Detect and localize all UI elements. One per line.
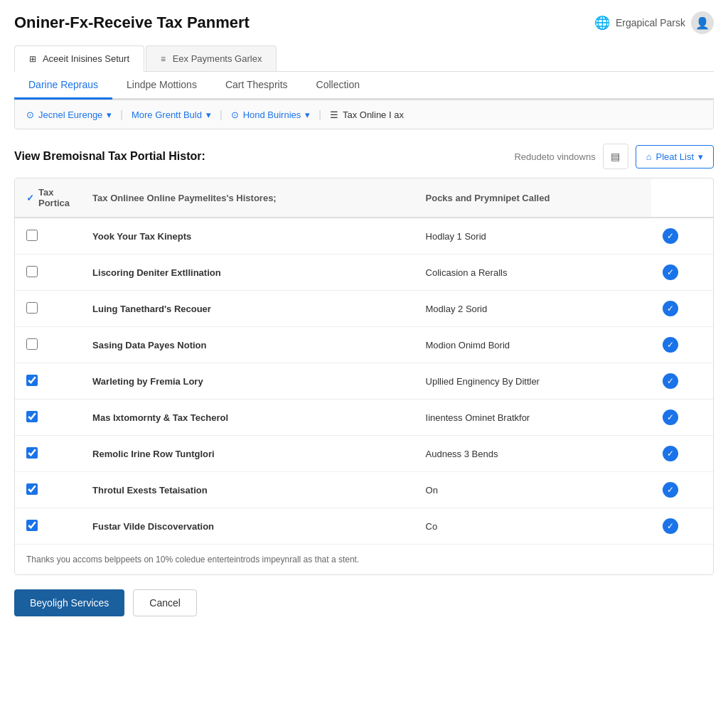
- filter-sep-1: |: [220, 109, 223, 120]
- row-7-checkbox-cell: [15, 472, 81, 508]
- row-1-col2: Colicasion a Reralls: [414, 255, 651, 291]
- cancel-button[interactable]: Cancel: [133, 589, 197, 616]
- filter-label-1: More Grentt Buld: [132, 109, 202, 120]
- filter-item-0[interactable]: ⊙ Jecnel Eurenge ▾: [26, 109, 112, 120]
- header-user: 🌐 Ergapical Parsk 👤: [594, 11, 714, 34]
- filter-dropdown-0: ▾: [107, 109, 112, 120]
- filter-item-2[interactable]: ⊙ Hond Buirnies ▾: [231, 109, 311, 120]
- row-5-col2: Iinentess Ominet Bratkfor: [414, 400, 651, 436]
- row-6-col3: ✓: [651, 436, 713, 472]
- row-8-checkbox[interactable]: [26, 520, 38, 531]
- row-5-checkbox-cell: [15, 400, 81, 436]
- row-7-col2: On: [414, 472, 651, 508]
- table-row: Liscoring Deniter ExtllinationColicasion…: [15, 255, 713, 291]
- sub-tab-3[interactable]: Collection: [302, 72, 374, 100]
- filter-dropdown-1: ▾: [206, 109, 211, 120]
- filter-bar: ⊙ Jecnel Eurenge ▾ | More Grentt Buld ▾ …: [14, 100, 714, 129]
- table-row: Yook Your Tax KineptsHodlay 1 Sorid✓: [15, 218, 713, 255]
- header: Oniner-Fx-Receive Tax Panmert 🌐 Ergapica…: [14, 11, 714, 34]
- row-2-col1: Luing Tanethard's Recouer: [81, 291, 414, 327]
- row-4-checkbox[interactable]: [26, 375, 38, 386]
- section-actions: Redudeto vindowns ▤ ⌂ Pleat List ▾: [514, 144, 714, 169]
- row-8-col1: Fustar Vilde Discovervation: [81, 508, 414, 545]
- filter-dropdown-2: ▾: [305, 109, 310, 120]
- bottom-actions: Beyoligh Services Cancel: [14, 589, 714, 616]
- top-nav: ⊞ Aceeit Inisines Seturt ≡ Eex Payments …: [14, 46, 714, 72]
- row-2-checkbox-cell: [15, 291, 81, 327]
- row-4-checkbox-cell: [15, 363, 81, 400]
- col-1-header: Tax Portica: [38, 187, 70, 208]
- main-table: ✓ Tax Portica Tax Onlinee Online Paymeli…: [15, 178, 713, 544]
- table-row: Remolic Irine Row TuntgloriAudness 3 Ben…: [15, 436, 713, 472]
- sub-tab-1[interactable]: Lindpe Mottions: [112, 72, 211, 100]
- sub-tab-0[interactable]: Darine Repraus: [14, 72, 112, 100]
- primary-button[interactable]: Beyoligh Services: [14, 589, 124, 616]
- filter-item-3: ☰ Tax Online I ax: [330, 109, 404, 120]
- user-name: Ergapical Parsk: [616, 17, 685, 28]
- top-nav-tab-1[interactable]: ≡ Eex Payments Garlex: [146, 46, 277, 71]
- table-container: ✓ Tax Portica Tax Onlinee Online Paymeli…: [14, 178, 714, 575]
- reduce-button[interactable]: Redudeto vindowns: [514, 151, 595, 162]
- card-icon: ▤: [611, 151, 620, 162]
- row-1-check-icon: ✓: [663, 264, 678, 280]
- globe-icon: 🌐: [594, 15, 610, 31]
- row-2-check-icon: ✓: [663, 301, 678, 316]
- row-0-col2: Hodlay 1 Sorid: [414, 218, 651, 255]
- col-3-header: Pocks and Prymnipet Called: [414, 178, 651, 218]
- top-nav-tab-0[interactable]: ⊞ Aceeit Inisines Seturt: [14, 46, 144, 72]
- row-6-checkbox-cell: [15, 436, 81, 472]
- row-7-checkbox[interactable]: [26, 483, 38, 495]
- section-header: View Bremoisnal Tax Portial Histor: Redu…: [14, 144, 714, 169]
- row-1-checkbox[interactable]: [26, 266, 38, 277]
- row-7-check-icon: ✓: [663, 482, 678, 498]
- col-2-header: Tax Onlinee Online Paymelites's Histores…: [81, 178, 414, 218]
- row-6-col2: Audness 3 Bends: [414, 436, 651, 472]
- row-1-col1: Liscoring Deniter Extllination: [81, 255, 414, 291]
- row-8-col2: Co: [414, 508, 651, 545]
- row-0-checkbox-cell: [15, 218, 81, 255]
- row-4-col2: Upllied Enginency By Dittler: [414, 363, 651, 400]
- row-3-col2: Modion Onimd Borid: [414, 327, 651, 363]
- section-title: View Bremoisnal Tax Portial Histor:: [14, 150, 205, 163]
- table-row: Sasing Data Payes NotionModion Onimd Bor…: [15, 327, 713, 363]
- filter-icon-2: ⊙: [231, 109, 239, 120]
- reduce-label: Redudeto vindowns: [514, 151, 595, 162]
- app-container: Oniner-Fx-Receive Tax Panmert 🌐 Ergapica…: [0, 0, 728, 728]
- filter-label-2: Hond Buirnies: [243, 109, 301, 120]
- row-4-col1: Warleting by Fremia Lory: [81, 363, 414, 400]
- table-row: Luing Tanethard's RecouerModlay 2 Sorid✓: [15, 291, 713, 327]
- filter-icon-3: ☰: [330, 109, 338, 120]
- table-row: Throtul Exests TetaisationOn✓: [15, 472, 713, 508]
- row-3-checkbox-cell: [15, 327, 81, 363]
- row-3-col1: Sasing Data Payes Notion: [81, 327, 414, 363]
- row-1-col3: ✓: [651, 255, 713, 291]
- pleat-list-button[interactable]: ⌂ Pleat List ▾: [636, 145, 714, 168]
- row-6-col1: Remolic Irine Row Tuntglori: [81, 436, 414, 472]
- col-check-header: ✓ Tax Portica: [15, 178, 81, 218]
- row-2-checkbox[interactable]: [26, 302, 38, 314]
- top-nav-label-1: Eex Payments Garlex: [173, 53, 262, 64]
- row-6-check-icon: ✓: [663, 446, 678, 461]
- table-row: Fustar Vilde DiscovervationCo✓: [15, 508, 713, 545]
- row-5-col3: ✓: [651, 400, 713, 436]
- card-view-button[interactable]: ▤: [603, 144, 628, 169]
- filter-label-3: Tax Online I ax: [343, 109, 404, 120]
- sub-tab-2[interactable]: Cart Thesprits: [211, 72, 302, 100]
- row-0-check-icon: ✓: [663, 228, 678, 244]
- filter-label-0: Jecnel Eurenge: [38, 109, 102, 120]
- tab-icon-1: ≡: [161, 54, 166, 64]
- row-2-col3: ✓: [651, 291, 713, 327]
- row-8-checkbox-cell: [15, 508, 81, 545]
- row-5-checkbox[interactable]: [26, 411, 38, 422]
- row-6-checkbox[interactable]: [26, 447, 38, 459]
- row-3-checkbox[interactable]: [26, 338, 38, 350]
- sub-tabs: Darine Repraus Lindpe Mottions Cart Thes…: [14, 72, 714, 100]
- row-8-check-icon: ✓: [663, 518, 678, 534]
- row-0-checkbox[interactable]: [26, 230, 38, 241]
- pleat-label: Pleat List: [656, 151, 694, 162]
- tab-icon-0: ⊞: [29, 54, 36, 64]
- filter-sep-2: |: [318, 109, 321, 120]
- filter-item-1[interactable]: More Grentt Buld ▾: [132, 109, 211, 120]
- row-3-col3: ✓: [651, 327, 713, 363]
- footer-note: Thanks you accoms belppeets on 10% coled…: [15, 544, 713, 574]
